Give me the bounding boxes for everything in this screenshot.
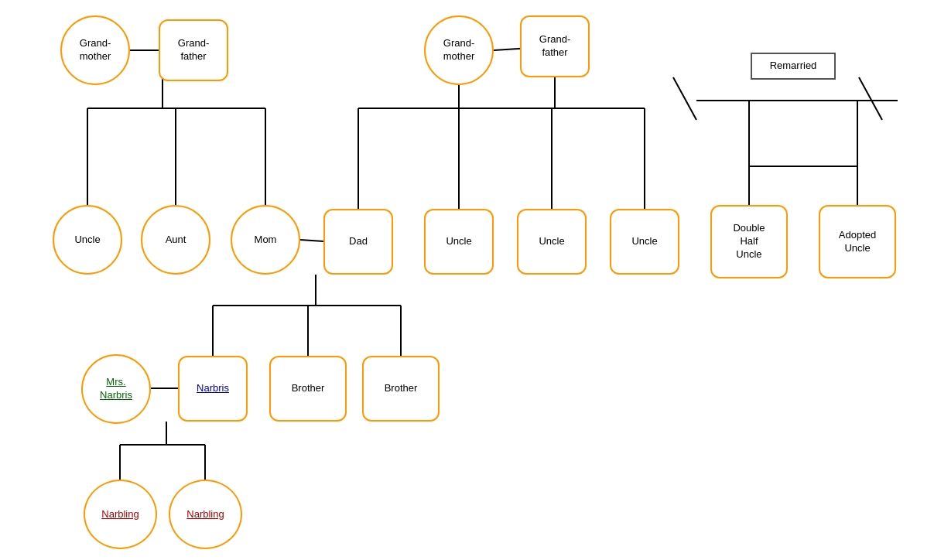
dad-node: Dad <box>323 209 393 275</box>
remarried-label: Remarried <box>751 53 836 80</box>
adopted-uncle-node: Adopted Uncle <box>819 205 896 278</box>
svg-line-14 <box>859 77 882 120</box>
svg-line-13 <box>673 77 696 120</box>
uncle2-node: Uncle <box>424 209 494 275</box>
narbling2-node: Narbling <box>169 480 242 549</box>
grandmother1-node: Grand- mother <box>60 15 130 85</box>
brother2-node: Brother <box>362 356 440 422</box>
uncle4-node: Uncle <box>610 209 679 275</box>
narbling1-node: Narbling <box>84 480 157 549</box>
uncle1-node: Uncle <box>53 205 122 275</box>
grandmother2-node: Grand- mother <box>424 15 494 85</box>
narbris-node: Narbris <box>178 356 248 422</box>
grandfather1-node: Grand- father <box>159 19 228 81</box>
uncle3-node: Uncle <box>517 209 587 275</box>
brother1-node: Brother <box>269 356 347 422</box>
family-tree-chart: Grand- mother Grand- father Grand- mothe… <box>0 0 934 560</box>
mom-node: Mom <box>231 205 300 275</box>
double-half-uncle-node: Double Half Uncle <box>710 205 788 278</box>
mrs-narbris-node: Mrs. Narbris <box>81 354 151 424</box>
svg-line-21 <box>300 240 323 241</box>
aunt-node: Aunt <box>141 205 210 275</box>
grandfather2-node: Grand- father <box>520 15 590 77</box>
